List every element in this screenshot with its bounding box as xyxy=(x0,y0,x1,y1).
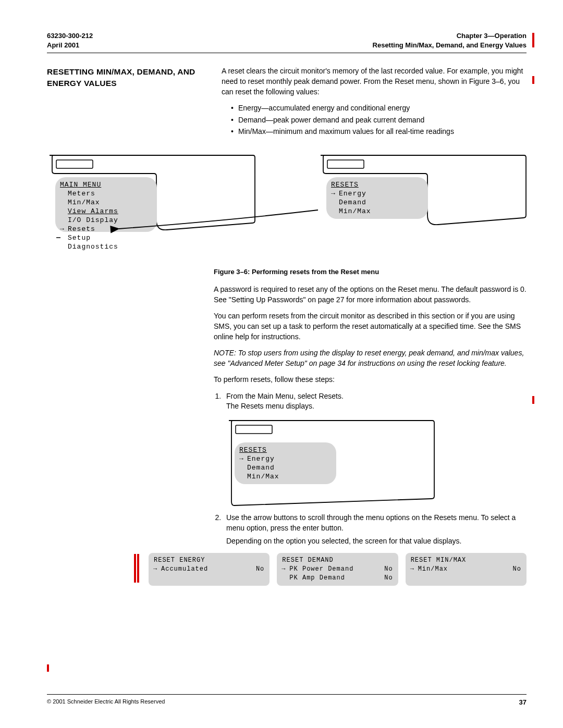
steps-intro: To perform resets, follow these steps: xyxy=(214,375,527,385)
list-value: No xyxy=(256,565,264,574)
reset-energy-screen: RESET ENERGY AccumulatedNo xyxy=(149,553,270,586)
password-paragraph: A password is required to reset any of t… xyxy=(214,285,527,305)
doc-date: April 2001 xyxy=(47,41,93,50)
step-2b-text: Depending on the option you selected, th… xyxy=(226,536,527,547)
list-value: No xyxy=(513,565,521,574)
svg-rect-0 xyxy=(56,160,93,168)
svg-rect-5 xyxy=(236,425,272,434)
reset-demand-screen: RESET DEMAND PK Power DemandNo PK Amp De… xyxy=(277,553,398,586)
menu-item: Setup xyxy=(68,233,118,242)
menu-item-selected: Energy xyxy=(247,454,279,463)
step-1b-text: The Resets menu displays. xyxy=(226,402,314,410)
page-header: 63230-300-212 April 2001 Chapter 3—Opera… xyxy=(47,31,527,53)
change-bar xyxy=(47,664,49,672)
menu-title: MAIN MENU xyxy=(60,180,118,189)
list-item: Min/Max xyxy=(411,565,448,574)
menu-item-selected: Resets xyxy=(68,225,118,233)
screen-title: RESET MIN/MAX xyxy=(411,556,521,565)
note-paragraph: NOTE: To stop users from using the displ… xyxy=(214,348,527,368)
page-footer: © 2001 Schneider Electric All Rights Res… xyxy=(47,694,527,707)
menu-item: Min/Max xyxy=(247,472,279,481)
change-bar xyxy=(532,76,534,84)
chapter-title: Chapter 3—Operation xyxy=(373,31,527,41)
main-menu-screen: MAIN MENU Meters Min/Max View Alarms I/O… xyxy=(60,180,118,251)
menu-item: I/O Display xyxy=(68,216,118,225)
resets-menu-screen-step: RESETS Energy Demand Min/Max xyxy=(239,446,279,481)
menu-item: Diagnostics xyxy=(68,242,118,251)
menu-item: Meters xyxy=(68,189,118,198)
menu-item: Demand xyxy=(339,198,371,207)
list-item: PK Amp Demand xyxy=(282,574,345,583)
figure-3-6: MAIN MENU Meters Min/Max View Alarms I/O… xyxy=(47,153,527,257)
bullet-item: Demand—peak power demand and peak curren… xyxy=(231,115,527,126)
page-number: 37 xyxy=(519,698,527,707)
menu-item: Min/Max xyxy=(339,207,371,216)
screen-title: RESET ENERGY xyxy=(154,556,264,565)
screen-title: RESET DEMAND xyxy=(282,556,393,565)
reset-screens-row: RESET ENERGY AccumulatedNo RESET DEMAND … xyxy=(149,553,527,586)
copyright: © 2001 Schneider Electric All Rights Res… xyxy=(47,698,165,707)
change-bar xyxy=(532,33,534,47)
list-value: No xyxy=(384,574,393,583)
change-bar xyxy=(137,554,139,583)
bullet-item: Min/Max—minimum and maximum values for a… xyxy=(231,127,527,137)
menu-item: Demand xyxy=(247,463,279,472)
list-item: PK Power Demand xyxy=(282,565,353,574)
figure-caption: Figure 3–6: Performing resets from the R… xyxy=(214,267,527,277)
menu-title: RESETS xyxy=(239,446,279,454)
menu-title: RESETS xyxy=(331,180,371,189)
section-title: RESETTING MIN/MAX, DEMAND, AND ENERGY VA… xyxy=(47,66,203,145)
list-item: Accumulated xyxy=(154,565,208,574)
step-2a-text: Use the arrow buttons to scroll through … xyxy=(226,513,516,532)
resets-menu-screen: RESETS Energy Demand Min/Max xyxy=(331,180,371,216)
chapter-subtitle: Resetting Min/Max, Demand, and Energy Va… xyxy=(373,41,527,50)
list-value: No xyxy=(384,565,393,574)
menu-item: View Alarms xyxy=(68,207,118,216)
bullet-item: Energy—accumulated energy and conditiona… xyxy=(231,103,527,114)
change-bar xyxy=(134,554,136,583)
change-bar xyxy=(532,396,534,404)
step-1a-text: From the Main Menu, select Resets. xyxy=(226,392,344,400)
step-2: Use the arrow buttons to scroll through … xyxy=(223,513,527,547)
reset-minmax-screen: RESET MIN/MAX Min/MaxNo xyxy=(406,553,527,586)
sms-paragraph: You can perform resets from the circuit … xyxy=(214,311,527,342)
step-1: From the Main Menu, select Resets. The R… xyxy=(223,391,527,507)
svg-rect-3 xyxy=(327,160,364,168)
menu-item-selected: Energy xyxy=(339,189,371,198)
menu-item: Min/Max xyxy=(68,198,118,207)
doc-number: 63230-300-212 xyxy=(47,31,93,41)
intro-paragraph: A reset clears the circuit monitor's mem… xyxy=(222,66,527,97)
